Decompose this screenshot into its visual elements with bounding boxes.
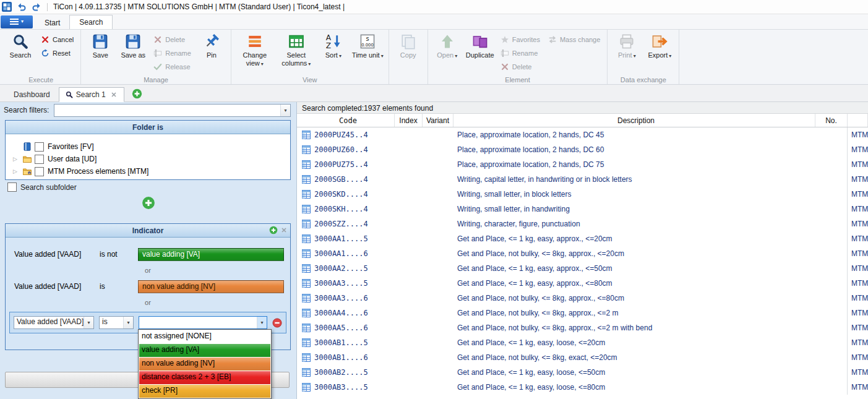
column-header-description[interactable]: Description [453, 114, 815, 127]
table-row[interactable]: 3000AA5....6Get and Place, not bulky, <=… [297, 320, 868, 335]
column-header-no[interactable]: No. [815, 114, 848, 127]
table-row[interactable]: 3000AB1....5Get and Place, <= 1 kg, easy… [297, 335, 868, 350]
table-row[interactable]: 3000AA2....5Get and Place, <= 1 kg, easy… [297, 261, 868, 276]
folder-item-user-data-ud[interactable]: ▷User data [UD] [6, 153, 290, 165]
dropdown-option-distance-classes-2-3-eb[interactable]: distance classes 2 + 3 [EB] [139, 371, 270, 384]
add-tab-button[interactable] [132, 88, 142, 99]
code-text: 2000SZZ....4 [314, 220, 368, 228]
cell-description: Get and Place, <= 1 kg, easy, loose, <=5… [453, 368, 815, 377]
folder-checkbox[interactable] [35, 155, 44, 164]
table-row[interactable]: 2000PUZ60..4Place, approximate location,… [297, 142, 868, 157]
expander-icon[interactable]: ▷ [11, 156, 20, 162]
search-button[interactable]: Search [5, 31, 36, 59]
table-row[interactable]: 3000AA1....5Get and Place, <= 1 kg, easy… [297, 231, 868, 246]
condition-operator-dropdown[interactable]: is ▾ [99, 316, 134, 329]
condition-operator-value: is [100, 317, 123, 328]
table-row[interactable]: 2000PUZ75..4Place, approximate location,… [297, 157, 868, 172]
cell-description: Get and Place, <= 1 kg, easy, approx., <… [453, 279, 815, 288]
table-row[interactable]: 3000AA1....6Get and Place, not bulky, <=… [297, 246, 868, 261]
close-tab-icon[interactable] [110, 91, 118, 98]
file-menu-button[interactable]: ▾ [1, 15, 33, 28]
column-header-code[interactable]: Code [297, 114, 395, 127]
cell-description: Get and Place, not bulky, <= 8kg, approx… [453, 249, 815, 258]
column-header-variant[interactable]: Variant [423, 114, 453, 127]
column-header-item[interactable] [848, 114, 868, 127]
redo-icon[interactable] [32, 2, 41, 12]
cell-source: MTM [848, 249, 868, 258]
cell-no [815, 231, 848, 246]
folder-item-favorites-fv[interactable]: Favorites [FV] [6, 140, 290, 153]
condition-field-value: Value added [VAAD] [14, 317, 84, 328]
save-button[interactable]: Save [85, 31, 116, 59]
table-row[interactable]: 3000AB2....5Get and Place, <= 1 kg, easy… [297, 365, 868, 380]
ribbon-tab-search[interactable]: Search [69, 15, 113, 29]
ribbon-tabs: StartSearch [35, 15, 113, 29]
search-filters-value [54, 105, 280, 116]
condition-field-dropdown[interactable]: Value added [VAAD] ▾ [14, 316, 94, 329]
table-row[interactable]: 2000PUZ45..4Place, approximate location,… [297, 127, 868, 142]
cell-source: MTM [848, 190, 868, 199]
table-row[interactable]: 3000AA4....6Get and Place, not bulky, <=… [297, 306, 868, 320]
cell-description: Writing, capital letter, in handwriting … [453, 175, 815, 184]
app-logo-icon [2, 2, 12, 12]
folder-box-title: Folder is [132, 123, 163, 132]
ribbon-tab-start[interactable]: Start [35, 16, 69, 29]
duplicate-button[interactable]: Duplicate [465, 31, 496, 59]
cell-description: Get and Place, not bulky, <= 8kg, approx… [453, 309, 815, 317]
grid-blue-icon [302, 220, 311, 228]
cell-source: MTM [848, 145, 868, 154]
table-row[interactable]: 3000AA3....5Get and Place, <= 1 kg, easy… [297, 276, 868, 291]
select-columns-button[interactable]: Select columns▾ [277, 31, 316, 67]
sort-button[interactable]: AZSort▾ [318, 31, 349, 59]
add-filter-button[interactable] [142, 196, 155, 210]
save-as-button[interactable]: Save as [118, 31, 148, 59]
remove-condition-button[interactable] [272, 318, 282, 328]
add-condition-button[interactable] [269, 226, 278, 234]
cell-no [815, 246, 848, 261]
condition-value-field[interactable]: non value adding [NV] [138, 280, 284, 293]
export-button[interactable]: Export▾ [644, 31, 675, 59]
expander-icon[interactable]: ▷ [11, 168, 20, 174]
time-unit-button[interactable]: s0.000Time unit▾ [351, 31, 385, 59]
column-header-index[interactable]: Index [395, 114, 423, 127]
table-row[interactable]: 3000AA3....6Get and Place, not bulky, <=… [297, 291, 868, 306]
code-text: 3000AB2....5 [314, 368, 368, 377]
cell-description: Writing, small letter, in handwriting [453, 205, 815, 213]
close-indicator-icon[interactable] [280, 226, 288, 234]
condition-field-label: Value added [VAAD] [14, 250, 100, 259]
cell-description: Place, approximate location, 2 hands, DC… [453, 145, 815, 154]
dropdown-option-non-value-adding-nv[interactable]: non value adding [NV] [139, 358, 270, 371]
cell-no [815, 380, 848, 395]
cell-no [815, 187, 848, 202]
open-button: Open▾ [432, 31, 463, 59]
dropdown-option-check-pr[interactable]: check [PR] [139, 385, 270, 398]
chevron-down-icon: ▾ [381, 53, 384, 59]
table-row[interactable]: 2000SZZ....4Writing, character, figure, … [297, 217, 868, 231]
table-row[interactable]: 3000AB3....5Get and Place, <= 1 kg, easy… [297, 380, 868, 395]
change-view-button[interactable]: Change view▾ [235, 31, 275, 67]
cancel-button[interactable]: Cancel [38, 33, 77, 46]
search-subfolder-checkbox[interactable] [7, 182, 17, 192]
table-row[interactable]: 2000SKH....4Writing, small letter, in ha… [297, 202, 868, 217]
tab-search-1[interactable]: Search 1 [59, 87, 124, 102]
folder-checkbox[interactable] [35, 142, 44, 152]
table-row[interactable]: 2000SKD....4Writing, small letter, in bl… [297, 187, 868, 202]
cell-no [815, 350, 848, 365]
folder-checkbox[interactable] [35, 167, 44, 176]
grid-blue-icon [302, 279, 311, 288]
tab-dashboard[interactable]: Dashboard [7, 88, 56, 101]
copy-button: Copy [393, 31, 424, 59]
ribbon-group-view: Change view▾Select columns▾AZSort▾s0.000… [231, 30, 389, 84]
condition-value-dropdown[interactable]: ▾ [139, 316, 267, 329]
folder-item-mtm-process-elements-mtm[interactable]: ▷MTM Process elements [MTM] [6, 165, 290, 178]
table-row[interactable]: 2000SGB....4Writing, capital letter, in … [297, 172, 868, 187]
table-row[interactable]: 3000AB1....6Get and Place, not bulky, <=… [297, 350, 868, 365]
pin-button[interactable]: Pin [196, 31, 227, 59]
cell-source: MTM [848, 131, 868, 139]
dropdown-option-not-assigned-none[interactable]: not assigned [NONE] [139, 330, 270, 343]
dropdown-option-value-adding-va[interactable]: value adding [VA] [139, 344, 270, 357]
undo-icon[interactable] [17, 2, 27, 12]
search-filters-dropdown[interactable]: ▾ [54, 104, 291, 117]
condition-value-field[interactable]: value adding [VA] [138, 248, 284, 261]
reset-button[interactable]: Reset [38, 46, 77, 59]
